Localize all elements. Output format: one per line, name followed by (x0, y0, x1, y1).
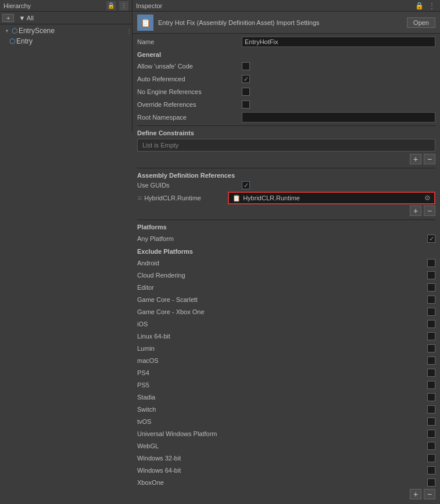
platform-checkbox-5[interactable] (427, 320, 435, 328)
platform-row-8: macOS (137, 355, 435, 366)
ref-value-icon: 📋 (232, 195, 241, 202)
hierarchy-add-btn[interactable]: + (2, 14, 14, 22)
use-guids-label: Use GUIDs (137, 182, 242, 189)
platform-label-12: Switch (137, 406, 427, 413)
platform-row-9: PS4 (137, 367, 435, 379)
platform-row-16: Windows 32-bit (137, 452, 435, 464)
platforms-add-btn[interactable]: + (410, 489, 421, 499)
platform-row-7: Lumin (137, 343, 435, 354)
ref-drag-handle[interactable]: ≡ (137, 193, 142, 203)
platform-row-11: Stadia (137, 391, 435, 403)
platform-row-18: XboxOne (137, 477, 435, 488)
platform-row-14: Universal Windows Platform (137, 428, 435, 440)
inspector-more-btn[interactable]: ⋮ (427, 1, 437, 10)
platform-label-10: PS5 (137, 381, 427, 388)
platform-checkbox-3[interactable] (427, 296, 435, 304)
unsafe-code-label: Allow 'unsafe' Code (137, 63, 242, 70)
platform-checkbox-4[interactable] (427, 308, 435, 316)
hierarchy-filter-btn[interactable]: ▼ All (16, 15, 36, 21)
platform-row-17: Windows 64-bit (137, 465, 435, 476)
platform-checkbox-15[interactable] (427, 442, 435, 450)
platform-label-18: XboxOne (137, 479, 427, 486)
platform-checkbox-16[interactable] (427, 454, 435, 462)
inspector-header: Inspector 🔒 ⋮ (133, 0, 440, 12)
no-engine-refs-row: No Engine References (137, 86, 435, 98)
hierarchy-content: ▼ ⬡ EntryScene ⋮ ⬡ Entry (0, 24, 132, 132)
assembly-def-header: Assembly Definition References (137, 172, 435, 179)
platform-label-11: Stadia (137, 394, 427, 401)
root-namespace-input[interactable] (242, 112, 435, 123)
ref-value-box[interactable]: 📋 HybridCLR.Runtime ⚙ (228, 192, 435, 204)
override-refs-label: Override References (137, 101, 242, 108)
use-guids-row: Use GUIDs (137, 181, 435, 189)
hierarchy-more-btn[interactable]: ⋮ (119, 1, 128, 10)
root-namespace-value (242, 112, 435, 123)
platform-label-0: Android (137, 260, 427, 267)
entry-go-icon: ⬡ (9, 37, 15, 45)
inspector-scroll-area: Name General Allow 'unsafe' Code Auto Re… (133, 34, 440, 504)
refs-remove-btn[interactable]: − (424, 206, 435, 216)
refs-add-btn[interactable]: + (410, 206, 421, 216)
constraints-add-remove: + − (137, 154, 435, 164)
platform-checkbox-17[interactable] (427, 466, 435, 474)
platform-checkbox-2[interactable] (427, 283, 435, 291)
inspector-lock-btn[interactable]: 🔒 (414, 1, 424, 10)
name-field-row: Name (137, 36, 435, 48)
override-refs-checkbox[interactable] (242, 100, 250, 109)
root-namespace-row: Root Namespace (137, 111, 435, 123)
platform-checkbox-11[interactable] (427, 393, 435, 401)
any-platform-checkbox[interactable] (427, 235, 435, 243)
hierarchy-panel: Hierarchy 🔒 ⋮ + ▼ All ▼ ⬡ EntryScene ⋮ ⬡… (0, 0, 133, 132)
open-button[interactable]: Open (407, 17, 435, 28)
platform-checkbox-10[interactable] (427, 381, 435, 389)
platform-label-8: macOS (137, 357, 427, 364)
platforms-remove-btn[interactable]: − (424, 489, 435, 499)
general-header: General (137, 51, 435, 58)
platform-checkbox-6[interactable] (427, 332, 435, 340)
name-label: Name (137, 38, 242, 45)
unsafe-code-row: Allow 'unsafe' Code (137, 60, 435, 72)
entryscene-menu-icon[interactable]: ⋮ (126, 28, 132, 34)
platform-row-1: Cloud Rendering (137, 269, 435, 281)
platform-row-5: iOS (137, 318, 435, 330)
platform-checkbox-9[interactable] (427, 369, 435, 377)
platform-checkbox-14[interactable] (427, 430, 435, 438)
no-engine-refs-checkbox[interactable] (242, 88, 250, 96)
hierarchy-item-entryscene[interactable]: ▼ ⬡ EntryScene ⋮ (0, 26, 132, 36)
no-engine-refs-label: No Engine References (137, 88, 242, 95)
ref-value-text: HybridCLR.Runtime (243, 195, 422, 201)
auto-referenced-checkbox[interactable] (242, 75, 250, 83)
platform-label-2: Editor (137, 284, 427, 291)
constraints-box: List is Empty (137, 139, 435, 152)
platform-label-9: PS4 (137, 369, 427, 376)
platform-label-15: WebGL (137, 442, 427, 449)
platform-checkbox-0[interactable] (427, 259, 435, 267)
hierarchy-item-entry[interactable]: ⬡ Entry (0, 36, 132, 46)
ref-row: ≡ HybridCLR.Runtime 📋 HybridCLR.Runtime … (137, 192, 435, 204)
ref-settings-icon[interactable]: ⚙ (424, 194, 431, 202)
constraints-remove-btn[interactable]: − (424, 154, 435, 164)
any-platform-label: Any Platform (137, 235, 427, 242)
platform-row-10: PS5 (137, 379, 435, 391)
platform-label-1: Cloud Rendering (137, 272, 427, 279)
platform-row-6: Linux 64-bit (137, 330, 435, 342)
platform-checkbox-13[interactable] (427, 417, 435, 426)
unsafe-code-checkbox[interactable] (242, 62, 250, 70)
name-input[interactable] (242, 37, 435, 47)
use-guids-checkbox[interactable] (242, 181, 250, 189)
hierarchy-header: Hierarchy 🔒 ⋮ (0, 0, 132, 12)
override-refs-row: Override References (137, 99, 435, 110)
platform-checkbox-8[interactable] (427, 357, 435, 365)
platform-label-14: Universal Windows Platform (137, 430, 427, 437)
platform-checkbox-18[interactable] (427, 478, 435, 487)
platform-row-2: Editor (137, 282, 435, 293)
ref-name-label: HybridCLR.Runtime (144, 195, 226, 201)
constraints-add-btn[interactable]: + (410, 154, 421, 164)
hierarchy-lock-btn[interactable]: 🔒 (106, 1, 116, 10)
platform-checkbox-7[interactable] (427, 344, 435, 352)
platform-checkbox-1[interactable] (427, 271, 435, 279)
platform-checkbox-12[interactable] (427, 405, 435, 413)
auto-referenced-row: Auto Referenced (137, 73, 435, 85)
auto-referenced-label: Auto Referenced (137, 75, 242, 82)
root-namespace-label: Root Namespace (137, 114, 242, 121)
